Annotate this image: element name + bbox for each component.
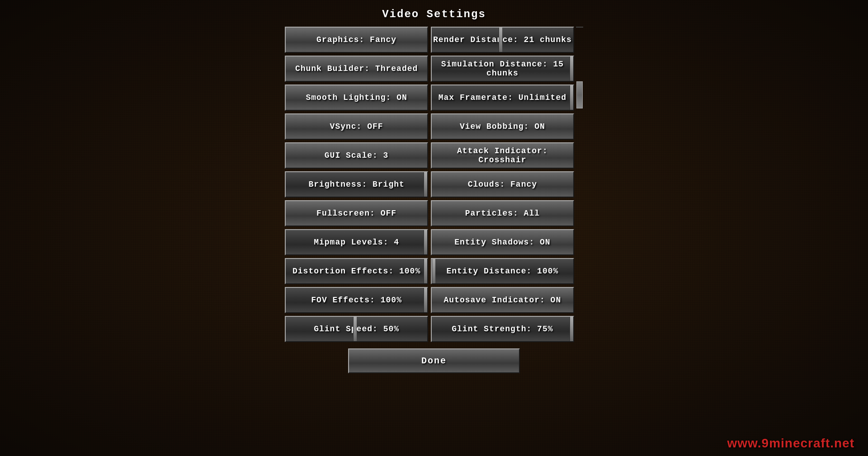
- settings-row: Glint Speed: 50%Glint Strength: 75%: [285, 316, 574, 342]
- setting-right-button[interactable]: Entity Shadows: ON: [431, 229, 574, 255]
- setting-left-button[interactable]: Glint Speed: 50%: [285, 316, 428, 342]
- setting-left-button[interactable]: Fullscreen: OFF: [285, 200, 428, 226]
- setting-left-button[interactable]: Mipmap Levels: 4: [285, 229, 428, 255]
- setting-left-button[interactable]: Smooth Lighting: ON: [285, 85, 428, 111]
- settings-row: Mipmap Levels: 4Entity Shadows: ON: [285, 229, 574, 255]
- setting-left-button[interactable]: Graphics: Fancy: [285, 27, 428, 53]
- settings-row: Distortion Effects: 100%Entity Distance:…: [285, 258, 574, 284]
- settings-row: Graphics: FancyRender Distance: 21 chunk…: [285, 27, 574, 53]
- setting-right-button[interactable]: Clouds: Fancy: [431, 171, 574, 197]
- settings-row: VSync: OFFView Bobbing: ON: [285, 113, 574, 140]
- setting-left-button[interactable]: Distortion Effects: 100%: [285, 258, 428, 284]
- setting-left-button[interactable]: Brightness: Bright: [285, 171, 428, 197]
- setting-right-button[interactable]: Entity Distance: 100%: [431, 258, 574, 284]
- done-button-wrap: Done: [348, 348, 520, 373]
- page-title: Video Settings: [382, 8, 486, 20]
- setting-right-button[interactable]: Max Framerate: Unlimited: [431, 85, 574, 111]
- scrollbar-thumb[interactable]: [576, 81, 583, 108]
- setting-right-button[interactable]: Simulation Distance: 15 chunks: [431, 56, 574, 82]
- setting-right-button[interactable]: Particles: All: [431, 200, 574, 226]
- setting-left-button[interactable]: FOV Effects: 100%: [285, 287, 428, 313]
- setting-left-button[interactable]: Chunk Builder: Threaded: [285, 56, 428, 82]
- settings-row: GUI Scale: 3Attack Indicator: Crosshair: [285, 142, 574, 169]
- settings-row: Chunk Builder: ThreadedSimulation Distan…: [285, 56, 574, 82]
- watermark: www.9minecraft.net: [727, 436, 854, 451]
- scrollbar-track[interactable]: [576, 27, 583, 28]
- setting-right-button[interactable]: Render Distance: 21 chunks: [431, 27, 574, 53]
- setting-right-button[interactable]: View Bobbing: ON: [431, 113, 574, 140]
- settings-grid: Graphics: FancyRender Distance: 21 chunk…: [285, 27, 574, 342]
- setting-right-button[interactable]: Glint Strength: 75%: [431, 316, 574, 342]
- setting-right-button[interactable]: Autosave Indicator: ON: [431, 287, 574, 313]
- setting-right-button[interactable]: Attack Indicator: Crosshair: [431, 142, 574, 169]
- settings-row: Fullscreen: OFFParticles: All: [285, 200, 574, 226]
- settings-row: Smooth Lighting: ONMax Framerate: Unlimi…: [285, 85, 574, 111]
- setting-left-button[interactable]: VSync: OFF: [285, 113, 428, 140]
- settings-row: Brightness: BrightClouds: Fancy: [285, 171, 574, 197]
- done-button[interactable]: Done: [348, 348, 520, 373]
- settings-row: FOV Effects: 100%Autosave Indicator: ON: [285, 287, 574, 313]
- setting-left-button[interactable]: GUI Scale: 3: [285, 142, 428, 169]
